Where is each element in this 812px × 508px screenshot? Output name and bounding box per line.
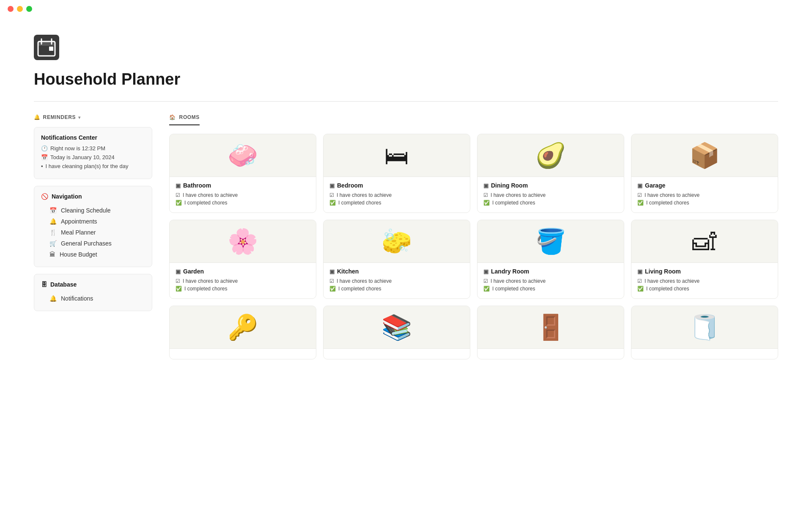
room-info-landry-room: ▣Landry Room☑I have chores to achieve✅I … [477, 262, 624, 298]
svg-rect-2 [38, 41, 55, 46]
chore-completed-bathroom: ✅I completed chores [176, 200, 310, 206]
main-area: 🏠 ROOMS 🧼▣Bathroom☑I have chores to achi… [169, 114, 778, 359]
room-info-kitchen: ▣Kitchen☑I have chores to achieve✅I comp… [324, 262, 470, 298]
chore-achieve-dining-room: ☑I have chores to achieve [483, 192, 618, 198]
house-budget-icon: 🏛 [49, 251, 55, 258]
sidebar: 🔔 REMINDERS ▾ Notifications Center 🕐 Rig… [34, 114, 152, 359]
navigation-card: 🚫 Navigation 📅 Cleaning Schedule 🔔 Appoi… [34, 186, 152, 267]
notifications-icon: 🔔 [49, 295, 57, 302]
database-card: 🗄 Database 🔔 Notifications [34, 274, 152, 311]
sidebar-item-notifications[interactable]: 🔔 Notifications [41, 293, 145, 304]
minimize-button[interactable] [17, 6, 23, 12]
room-page-icon: ▣ [176, 268, 181, 275]
room-card-garage[interactable]: 📦▣Garage☑I have chores to achieve✅I comp… [631, 134, 778, 213]
reminders-header[interactable]: 🔔 REMINDERS ▾ [34, 114, 152, 120]
sidebar-item-meal-planner[interactable]: 🍴 Meal Planner [41, 227, 145, 238]
rooms-header: 🏠 ROOMS [169, 114, 200, 125]
notifications-card: Notifications Center 🕐 Right now is 12:3… [34, 127, 152, 179]
room-card-bathroom[interactable]: 🧼▣Bathroom☑I have chores to achieve✅I co… [169, 134, 316, 213]
checkbox-icon: ☑ [329, 278, 334, 284]
close-button[interactable] [8, 6, 14, 12]
room-emoji-room11: 🚪 [477, 306, 624, 348]
room-page-icon: ▣ [637, 268, 642, 275]
room-page-icon: ▣ [637, 182, 642, 189]
chore-completed-kitchen: ✅I completed chores [329, 286, 464, 292]
reminders-label: REMINDERS [43, 114, 76, 120]
rooms-header-icon: 🏠 [169, 114, 176, 120]
checkbox-icon: ☑ [483, 278, 488, 284]
clock-icon: 🕐 [41, 145, 48, 152]
notif-date-text: Today is January 10, 2024 [50, 154, 115, 160]
room-page-icon: ▣ [176, 182, 181, 189]
checkmark-green-icon: ✅ [637, 286, 644, 292]
sidebar-item-general-purchases[interactable]: 🛒 General Purchases [41, 238, 145, 249]
calendar-icon [34, 35, 59, 60]
room-emoji-living-room: 🛋 [631, 220, 778, 262]
nav-icon: 🚫 [41, 193, 48, 200]
chore-completed-garage: ✅I completed chores [637, 200, 772, 206]
room-emoji-bedroom: 🛏 [324, 134, 470, 177]
appointments-icon: 🔔 [49, 218, 57, 225]
checkbox-icon: ☑ [637, 192, 642, 198]
chore-achieve-bathroom: ☑I have chores to achieve [176, 192, 310, 198]
checkmark-green-icon: ✅ [637, 200, 644, 206]
room-info-living-room: ▣Living Room☑I have chores to achieve✅I … [631, 262, 778, 298]
cleaning-schedule-icon: 📅 [49, 207, 57, 214]
calendar-small-icon: 📅 [41, 154, 48, 160]
chore-achieve-kitchen: ☑I have chores to achieve [329, 278, 464, 284]
svg-rect-3 [49, 47, 53, 51]
notifications-label: Notifications [61, 295, 93, 302]
main-content: Household Planner 🔔 REMINDERS ▾ Notifica… [0, 18, 812, 376]
room-card-garden[interactable]: 🌸▣Garden☑I have chores to achieve✅I comp… [169, 220, 316, 299]
notif-item-date: 📅 Today is January 10, 2024 [41, 154, 145, 160]
room-card-living-room[interactable]: 🛋▣Living Room☑I have chores to achieve✅I… [631, 220, 778, 299]
room-emoji-room9: 🔑 [170, 306, 316, 348]
page-icon-wrapper [34, 35, 778, 62]
checkmark-green-icon: ✅ [329, 286, 336, 292]
chore-achieve-garden: ☑I have chores to achieve [176, 278, 310, 284]
room-name-garden: ▣Garden [176, 268, 310, 275]
room-card-landry-room[interactable]: 🪣▣Landry Room☑I have chores to achieve✅I… [477, 220, 624, 299]
room-card-dining-room[interactable]: 🥑▣Dining Room☑I have chores to achieve✅I… [477, 134, 624, 213]
room-name-bedroom: ▣Bedroom [329, 182, 464, 189]
room-page-icon: ▣ [329, 182, 335, 189]
room-info-dining-room: ▣Dining Room☑I have chores to achieve✅I … [477, 177, 624, 213]
chevron-down-icon: ▾ [78, 115, 81, 120]
chore-completed-dining-room: ✅I completed chores [483, 200, 618, 206]
room-page-icon: ▣ [483, 268, 488, 275]
room-emoji-garden: 🌸 [170, 220, 316, 262]
square-icon: ▪ [41, 163, 43, 169]
maximize-button[interactable] [26, 6, 32, 12]
room-page-icon: ▣ [329, 268, 335, 275]
room-emoji-garage: 📦 [631, 134, 778, 177]
room-name-garage: ▣Garage [637, 182, 772, 189]
room-card-bedroom[interactable]: 🛏▣Bedroom☑I have chores to achieve✅I com… [323, 134, 470, 213]
room-info-garden: ▣Garden☑I have chores to achieve✅I compl… [170, 262, 316, 298]
checkbox-icon: ☑ [483, 192, 488, 198]
chore-completed-bedroom: ✅I completed chores [329, 200, 464, 206]
chore-completed-living-room: ✅I completed chores [637, 286, 772, 292]
chore-achieve-garage: ☑I have chores to achieve [637, 192, 772, 198]
checkmark-green-icon: ✅ [329, 200, 336, 206]
room-card-room11[interactable]: 🚪 [477, 306, 624, 359]
notif-time-text: Right now is 12:32 PM [50, 145, 105, 152]
room-info-room11 [477, 348, 624, 359]
rooms-grid: 🧼▣Bathroom☑I have chores to achieve✅I co… [169, 134, 778, 359]
sidebar-item-house-budget[interactable]: 🏛 House Budget [41, 249, 145, 260]
database-icon: 🗄 [41, 281, 47, 288]
sidebar-item-cleaning-schedule[interactable]: 📅 Cleaning Schedule [41, 205, 145, 216]
room-card-room9[interactable]: 🔑 [169, 306, 316, 359]
chore-completed-garden: ✅I completed chores [176, 286, 310, 292]
room-info-room10 [324, 348, 470, 359]
room-card-room12[interactable]: 🧻 [631, 306, 778, 359]
notifications-center-title: Notifications Center [41, 134, 145, 141]
chore-achieve-living-room: ☑I have chores to achieve [637, 278, 772, 284]
room-card-kitchen[interactable]: 🧽▣Kitchen☑I have chores to achieve✅I com… [323, 220, 470, 299]
checkbox-icon: ☑ [176, 278, 180, 284]
sidebar-item-appointments[interactable]: 🔔 Appointments [41, 216, 145, 227]
room-card-room10[interactable]: 📚 [323, 306, 470, 359]
navigation-label: Navigation [52, 193, 82, 200]
checkmark-green-icon: ✅ [483, 286, 490, 292]
room-name-kitchen: ▣Kitchen [329, 268, 464, 275]
house-budget-label: House Budget [60, 251, 97, 258]
